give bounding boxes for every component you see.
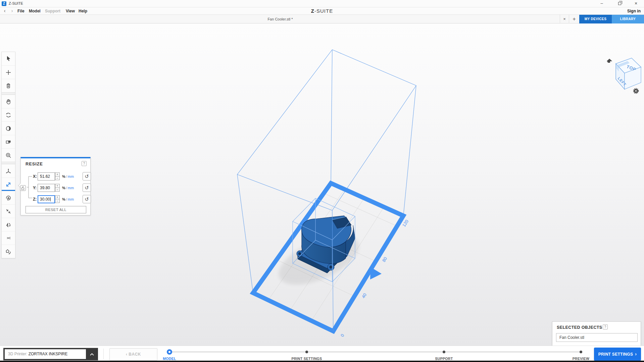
- select-icon: [5, 55, 12, 62]
- print-settings-button[interactable]: PRINT SETTINGS›: [594, 348, 641, 361]
- unit-percent[interactable]: %: [62, 197, 65, 201]
- unit-percent[interactable]: %: [62, 186, 65, 190]
- axis-z-label: Z:: [33, 195, 37, 203]
- axis-y-label: Y:: [33, 184, 37, 192]
- tab-active-document[interactable]: Fan Cooler.stl *: [0, 15, 560, 23]
- restore-button[interactable]: [614, 0, 626, 7]
- resize-row-x: X: 51.62 + − %/mm ↺: [21, 172, 90, 180]
- move-icon: [5, 167, 12, 175]
- resize-x-input[interactable]: 51.62: [38, 172, 55, 180]
- delete-button[interactable]: [2, 79, 15, 92]
- axis-label-80: 80: [381, 256, 388, 263]
- step-dot-support[interactable]: [443, 351, 445, 353]
- select-tool-button[interactable]: [2, 52, 15, 65]
- spin-down-button[interactable]: −: [55, 188, 60, 192]
- reset-z-button[interactable]: ↺: [83, 195, 91, 203]
- tab-my-devices[interactable]: MY DEVICES: [579, 15, 612, 23]
- mirror-icon: [5, 221, 12, 228]
- unit-mm[interactable]: mm: [68, 174, 74, 178]
- unit-separator: /: [65, 186, 68, 190]
- bottom-bar-divider: [103, 349, 104, 359]
- resize-y-input[interactable]: 39.80: [38, 184, 55, 192]
- camera-view-button[interactable]: [2, 135, 15, 148]
- step-dot-preview[interactable]: [580, 351, 582, 353]
- tab-library[interactable]: LIBRARY: [612, 15, 644, 23]
- unit-mm[interactable]: mm: [68, 197, 74, 201]
- tab-close-button[interactable]: ×: [560, 15, 569, 23]
- orbit-icon: [5, 111, 12, 119]
- selected-objects-title: SELECTED OBJECTS: [557, 325, 602, 330]
- back-button[interactable]: ‹ BACK: [109, 348, 157, 360]
- window-bottom-edge: [0, 361, 644, 362]
- axis-x-label: X:: [33, 172, 37, 180]
- rotate-tool-button[interactable]: [2, 191, 15, 204]
- orbit-tool-button[interactable]: [2, 108, 15, 121]
- printer-select-field[interactable]: 3D Printer: ZORTRAX INKSPIRE: [5, 349, 86, 359]
- unit-toggle: %/mm: [62, 184, 74, 192]
- resize-panel-title: RESIZE: [26, 161, 43, 166]
- move-tool-button[interactable]: [2, 164, 15, 177]
- resize-row-y: Y: 39.80 + − %/mm ↺: [21, 184, 90, 192]
- mirror-tool-button[interactable]: [2, 218, 15, 231]
- unit-percent[interactable]: %: [62, 174, 65, 178]
- minimize-button[interactable]: –: [596, 0, 607, 7]
- spin-down-button[interactable]: −: [55, 176, 60, 180]
- axis-lock-button[interactable]: [20, 185, 26, 191]
- selected-object-item[interactable]: Fan Cooler.stl: [556, 333, 638, 342]
- render-mode-button[interactable]: [2, 121, 15, 135]
- split-tool-button[interactable]: ✂: [2, 231, 15, 245]
- unit-toggle: %/mm: [62, 172, 74, 180]
- step-label-print-settings[interactable]: PRINT SETTINGS: [291, 357, 322, 361]
- auto-arrange-button[interactable]: [2, 204, 15, 218]
- reset-x-button[interactable]: ↺: [83, 172, 91, 180]
- toolbar-separator: [2, 92, 15, 95]
- tab-add-button[interactable]: +: [569, 15, 579, 23]
- reset-y-button[interactable]: ↺: [83, 184, 91, 192]
- step-label-preview[interactable]: PREVIEW: [573, 357, 590, 361]
- step-label-support[interactable]: SUPPORT: [435, 357, 453, 361]
- axis-label-0: 0: [340, 333, 345, 338]
- viewport-settings-gear-icon[interactable]: [634, 89, 638, 93]
- viewport-3d[interactable]: 0 40 80 120: [0, 23, 644, 346]
- step-dot-print-settings[interactable]: [305, 351, 308, 353]
- workflow-progress-line: [169, 352, 581, 352]
- add-model-button[interactable]: [2, 65, 15, 79]
- unit-separator: /: [65, 197, 68, 201]
- unit-toggle: %/mm: [62, 195, 74, 203]
- lay-flat-icon: [5, 248, 12, 255]
- view-cube[interactable]: TOP LEFT: [616, 58, 641, 89]
- zoom-tool-button[interactable]: [2, 148, 15, 162]
- selected-objects-help-button[interactable]: ?: [603, 324, 608, 329]
- brand-suite: -SUITE: [314, 8, 333, 14]
- sign-in-link[interactable]: Sign in: [627, 7, 641, 15]
- text-caret: [50, 197, 51, 201]
- lay-flat-button[interactable]: [2, 245, 15, 258]
- close-button[interactable]: ×: [630, 0, 642, 7]
- restore-icon: [618, 2, 621, 5]
- unit-mm[interactable]: mm: [68, 186, 74, 190]
- step-label-model[interactable]: MODEL: [163, 357, 176, 361]
- unlocked-padlock-icon: [20, 186, 26, 191]
- scene-canvas: 0 40 80 120: [0, 23, 644, 346]
- trash-icon: [5, 82, 12, 90]
- home-view-icon[interactable]: [607, 59, 612, 63]
- spin-down-button[interactable]: −: [55, 199, 60, 203]
- title-bar: Z Z-SUITE – ×: [0, 0, 644, 7]
- resize-tool-button[interactable]: [2, 177, 15, 191]
- pan-tool-button[interactable]: [2, 95, 15, 108]
- reset-all-button[interactable]: RESET ALL: [26, 206, 86, 213]
- camera-view-icon: [5, 138, 12, 146]
- resize-row-z: Z: 30.00 + − %/mm ↺: [21, 195, 90, 203]
- printer-collapse-button[interactable]: [86, 348, 98, 360]
- step-dot-model[interactable]: [167, 349, 172, 355]
- hand-icon: [5, 98, 12, 105]
- resize-z-input[interactable]: 30.00: [38, 195, 55, 203]
- printer-name: ZORTRAX INKSPIRE: [29, 352, 67, 356]
- print-settings-button-label: PRINT SETTINGS: [598, 352, 633, 357]
- scissors-icon: ✂: [6, 235, 11, 241]
- resize-help-button[interactable]: ?: [82, 161, 87, 166]
- unit-separator: /: [65, 174, 68, 178]
- view-cube-widget[interactable]: TOP LEFT: [601, 53, 644, 99]
- brand-z: Z: [311, 8, 314, 14]
- zsuite-brand: Z-SUITE: [0, 7, 644, 15]
